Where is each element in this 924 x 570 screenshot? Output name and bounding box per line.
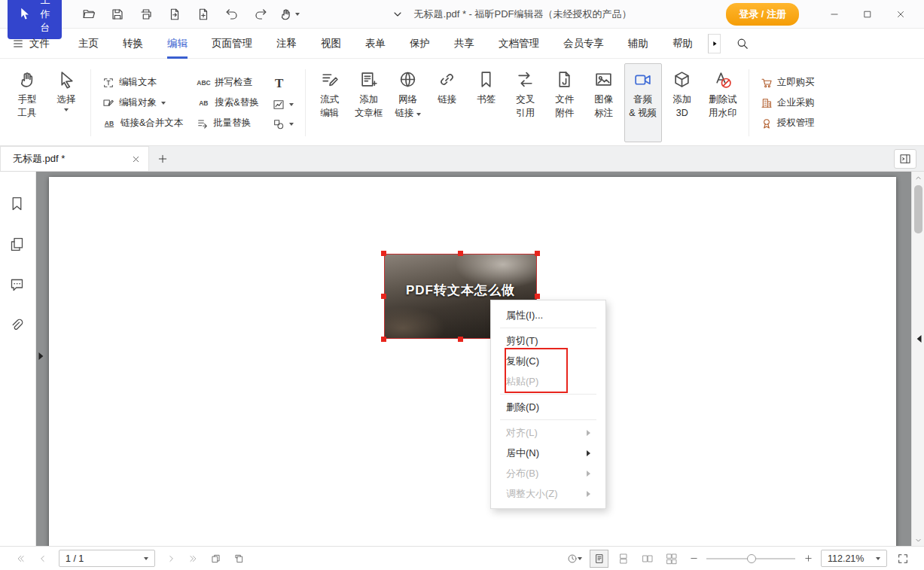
fullscreen-button[interactable] xyxy=(892,550,913,568)
previous-page-button[interactable] xyxy=(33,550,53,568)
undo-button[interactable] xyxy=(218,4,245,25)
zoom-in-button[interactable] xyxy=(800,550,816,568)
tab-share[interactable]: 共享 xyxy=(454,29,474,59)
context-item-cut[interactable]: 剪切(T) xyxy=(491,331,605,351)
link-merge-text-button[interactable]: AB 链接&合并文本 xyxy=(102,117,183,130)
image-annotation-button[interactable]: 图像 标注 xyxy=(585,63,623,142)
tab-doc-manage[interactable]: 文档管理 xyxy=(499,29,539,59)
selection-handle-e[interactable] xyxy=(535,294,540,299)
login-register-button[interactable]: 登录 / 注册 xyxy=(726,3,799,26)
flow-edit-button[interactable]: 流式 编辑 xyxy=(311,63,349,142)
collapse-ribbon-icon[interactable] xyxy=(392,8,404,20)
license-manage-button[interactable]: 授权管理 xyxy=(761,117,815,130)
hand-tool-button[interactable]: 手型 工具 xyxy=(8,63,46,142)
context-item-delete[interactable]: 删除(D) xyxy=(491,397,605,417)
tab-protect[interactable]: 保护 xyxy=(410,29,430,59)
zoom-out-button[interactable] xyxy=(686,550,701,568)
tab-form[interactable]: 表单 xyxy=(365,29,386,59)
sidebar-expand-button[interactable] xyxy=(37,351,44,361)
tab-edit[interactable]: 编辑 xyxy=(167,29,188,59)
context-item-properties[interactable]: 属性(I)... xyxy=(491,305,605,325)
first-page-button[interactable] xyxy=(11,550,30,568)
select-tool-button[interactable]: 选择 xyxy=(47,63,85,142)
comments-panel-button[interactable] xyxy=(9,276,27,294)
tab-comment[interactable]: 注释 xyxy=(276,29,297,59)
audio-video-button[interactable]: 音频 & 视频 xyxy=(624,63,662,142)
zoom-slider-thumb[interactable] xyxy=(747,554,756,563)
facing-continuous-view-button[interactable] xyxy=(662,550,681,568)
tab-help[interactable]: 帮助 xyxy=(672,29,693,59)
file-attachment-button[interactable]: 文件 附件 xyxy=(546,63,584,142)
open-file-button[interactable] xyxy=(75,4,102,25)
maximize-button[interactable] xyxy=(852,3,883,26)
minimize-button[interactable] xyxy=(819,3,850,26)
new-tab-button[interactable] xyxy=(149,146,176,171)
add-shape-button[interactable] xyxy=(273,118,294,130)
pages-panel-button[interactable] xyxy=(9,235,27,253)
next-page-button[interactable] xyxy=(161,550,181,568)
auto-scroll-button[interactable] xyxy=(565,550,584,568)
add-3d-button[interactable]: 添加 3D xyxy=(663,63,701,142)
add-text-tool-button[interactable]: T xyxy=(273,76,294,91)
add-chart-button[interactable] xyxy=(273,99,294,111)
context-item-center[interactable]: 居中(N) xyxy=(491,443,605,463)
tab-view[interactable]: 视图 xyxy=(321,29,341,59)
facing-view-button[interactable] xyxy=(638,550,657,568)
scroll-up-button[interactable] xyxy=(912,172,924,184)
bookmarks-panel-button[interactable] xyxy=(9,194,27,212)
zoom-level-dropdown[interactable]: 112.21% xyxy=(821,550,887,567)
convert-doc-button[interactable] xyxy=(161,4,188,25)
next-view-button[interactable] xyxy=(229,550,249,568)
search-replace-button[interactable]: AB 搜索&替换 xyxy=(197,96,258,109)
context-item-distribute[interactable]: 分布(B) xyxy=(491,463,605,483)
spell-check-button[interactable]: ABC 拼写检查 xyxy=(197,76,258,89)
vertical-scrollbar[interactable] xyxy=(911,172,924,546)
workspace-button[interactable]: 工作台 xyxy=(8,0,62,39)
redo-button[interactable] xyxy=(247,4,274,25)
web-link-button[interactable]: 网络 链接 xyxy=(389,63,427,142)
enterprise-purchase-button[interactable]: 企业采购 xyxy=(761,96,815,109)
tab-page-manage[interactable]: 页面管理 xyxy=(212,29,252,59)
page-indicator-dropdown[interactable]: 1 / 1 xyxy=(59,550,155,567)
selection-handle-n[interactable] xyxy=(458,251,463,256)
attachments-panel-button[interactable] xyxy=(9,316,27,334)
tab-home[interactable]: 主页 xyxy=(78,29,99,59)
pdf-page[interactable] xyxy=(49,177,896,546)
tab-member-exclusive[interactable]: 会员专享 xyxy=(563,29,604,59)
selection-handle-w[interactable] xyxy=(381,294,386,299)
save-button[interactable] xyxy=(104,4,131,25)
scroll-down-button[interactable] xyxy=(912,534,924,546)
scrollbar-thumb[interactable] xyxy=(914,185,922,233)
buy-now-button[interactable]: 立即购买 xyxy=(761,76,815,89)
menu-file[interactable]: 文件 xyxy=(12,37,50,50)
link-button[interactable]: 链接 xyxy=(428,63,466,142)
context-item-align[interactable]: 对齐(L) xyxy=(491,422,605,443)
edit-object-button[interactable]: 编辑对象 xyxy=(102,96,183,109)
tab-convert[interactable]: 转换 xyxy=(123,29,143,59)
previous-view-button[interactable] xyxy=(206,550,226,568)
create-doc-button[interactable] xyxy=(190,4,217,25)
cross-reference-button[interactable]: 交叉 引用 xyxy=(507,63,544,142)
close-tab-icon[interactable] xyxy=(131,154,141,164)
selection-handle-nw[interactable] xyxy=(381,251,386,256)
continuous-view-button[interactable] xyxy=(614,550,633,568)
document-tab[interactable]: 无标题.pdf * xyxy=(0,146,149,171)
context-item-paste[interactable]: 粘贴(P) xyxy=(491,371,605,392)
add-article-box-button[interactable]: 添加 文章框 xyxy=(350,63,388,142)
single-page-view-button[interactable] xyxy=(590,550,608,568)
search-button[interactable] xyxy=(730,32,754,55)
batch-replace-button[interactable]: 批量替换 xyxy=(197,117,258,130)
print-button[interactable] xyxy=(133,4,160,25)
menu-overflow-button[interactable] xyxy=(708,34,721,53)
zoom-slider[interactable] xyxy=(706,550,795,568)
edit-text-button[interactable]: 编辑文本 xyxy=(102,76,183,89)
tab-layout-button[interactable] xyxy=(894,149,916,169)
tab-accessibility[interactable]: 辅助 xyxy=(628,29,648,59)
right-panel-collapse-button[interactable] xyxy=(916,334,923,344)
last-page-button[interactable] xyxy=(184,550,203,568)
selection-handle-s[interactable] xyxy=(458,337,463,342)
hand-tool-quick-button[interactable] xyxy=(276,4,303,25)
selection-handle-sw[interactable] xyxy=(381,337,386,342)
close-button[interactable] xyxy=(885,3,916,26)
remove-trial-watermark-button[interactable]: 删除试 用水印 xyxy=(703,63,743,142)
